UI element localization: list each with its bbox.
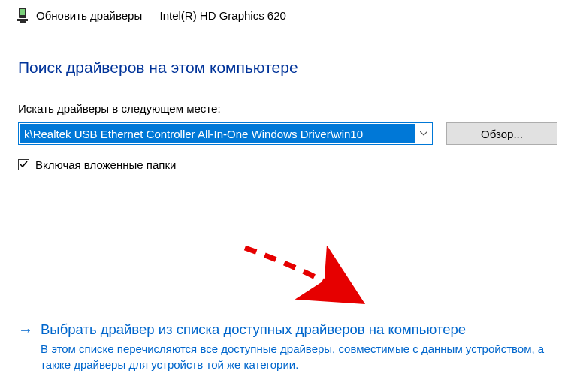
driver-update-wizard-window: Обновить драйверы — Intel(R) HD Graphics… <box>0 0 577 392</box>
driver-path-combobox[interactable]: k\Realtek USB Ethernet Controller All-In… <box>18 122 433 145</box>
include-subfolders-row[interactable]: Включая вложенные папки <box>18 158 562 171</box>
window-title: Обновить драйверы — Intel(R) HD Graphics… <box>36 9 286 22</box>
page-heading: Поиск драйверов на этом компьютере <box>18 59 562 77</box>
pick-option-description: В этом списке перечисляются все доступны… <box>41 341 559 372</box>
pick-from-list-option[interactable]: → Выбрать драйвер из списка доступных др… <box>18 306 559 372</box>
svg-rect-3 <box>20 21 26 23</box>
titlebar: Обновить драйверы — Intel(R) HD Graphics… <box>0 0 577 27</box>
pick-option-title: Выбрать драйвер из списка доступных драй… <box>41 320 559 339</box>
search-location-label: Искать драйверы в следующем месте: <box>18 102 562 115</box>
browse-button[interactable]: Обзор... <box>446 122 557 145</box>
include-subfolders-checkbox[interactable] <box>18 159 29 170</box>
arrow-right-icon: → <box>18 320 33 339</box>
device-monitor-icon <box>17 6 29 24</box>
content-area: Поиск драйверов на этом компьютере Искат… <box>0 27 577 171</box>
annotation-arrow-icon <box>237 239 380 314</box>
chevron-down-icon[interactable] <box>415 131 432 136</box>
include-subfolders-label: Включая вложенные папки <box>35 158 176 171</box>
svg-rect-1 <box>20 9 25 15</box>
svg-rect-2 <box>17 19 28 21</box>
path-row: k\Realtek USB Ethernet Controller All-In… <box>18 122 562 145</box>
pick-option-text: Выбрать драйвер из списка доступных драй… <box>41 320 559 372</box>
driver-path-value[interactable]: k\Realtek USB Ethernet Controller All-In… <box>20 124 415 143</box>
